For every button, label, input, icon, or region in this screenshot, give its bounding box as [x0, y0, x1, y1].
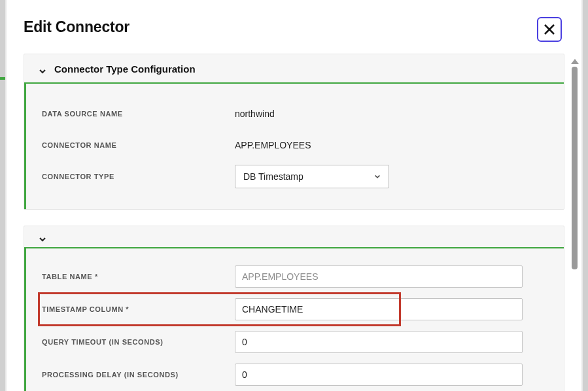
- table-name-input[interactable]: [235, 265, 523, 288]
- label-connector-type: CONNECTOR TYPE: [42, 173, 235, 180]
- label-data-source-name: DATA SOURCE NAME: [42, 110, 235, 118]
- row-data-source-name: DATA SOURCE NAME northwind: [42, 98, 548, 129]
- modal-body: Connector Type Configuration DATA SOURCE…: [7, 54, 581, 391]
- edit-connector-modal: Edit Connector Connector Type Configurat…: [7, 0, 581, 391]
- section-header-connector-type[interactable]: Connector Type Configuration: [24, 54, 564, 82]
- row-connector-type: CONNECTOR TYPE DB Timestamp: [42, 161, 548, 192]
- connector-type-select-value: DB Timestamp: [243, 171, 303, 182]
- chevron-down-icon: [39, 234, 45, 241]
- query-timeout-input[interactable]: [235, 331, 523, 353]
- value-connector-name: APP.EMPLOYEES: [235, 140, 311, 150]
- label-connector-name: CONNECTOR NAME: [42, 141, 235, 149]
- chevron-down-icon: [39, 66, 45, 73]
- processing-delay-input[interactable]: [235, 364, 523, 386]
- section-body-details: TABLE NAME * TIMESTAMP COLUMN * QUERY TI…: [24, 248, 564, 391]
- timestamp-column-input[interactable]: [235, 298, 523, 320]
- modal-header: Edit Connector: [7, 0, 581, 54]
- label-timestamp-column: TIMESTAMP COLUMN *: [42, 305, 235, 313]
- scroll-thumb[interactable]: [572, 67, 578, 269]
- background-left-strip: [0, 0, 5, 391]
- row-processing-delay: PROCESSING DELAY (IN SECONDS): [42, 358, 548, 391]
- value-data-source-name: northwind: [235, 109, 275, 119]
- background-right-strip: [583, 0, 588, 391]
- label-processing-delay: PROCESSING DELAY (IN SECONDS): [42, 371, 235, 379]
- row-connector-name: CONNECTOR NAME APP.EMPLOYEES: [42, 129, 548, 161]
- scroll-up-icon: [571, 59, 579, 64]
- chevron-down-icon: [374, 171, 381, 182]
- connector-type-config-section: Connector Type Configuration DATA SOURCE…: [24, 54, 564, 210]
- label-table-name: TABLE NAME *: [42, 273, 235, 280]
- modal-title: Edit Connector: [24, 18, 130, 36]
- background-green-sliver: [0, 77, 5, 80]
- scrollbar[interactable]: [571, 59, 578, 388]
- section-title: Connector Type Configuration: [54, 63, 196, 75]
- row-timestamp-column: TIMESTAMP COLUMN *: [42, 293, 548, 326]
- row-query-timeout: QUERY TIMEOUT (IN SECONDS): [42, 326, 548, 358]
- close-button[interactable]: [537, 17, 562, 42]
- section-header-details[interactable]: [24, 226, 564, 247]
- row-table-name: TABLE NAME *: [42, 260, 548, 293]
- connector-details-section: TABLE NAME * TIMESTAMP COLUMN * QUERY TI…: [24, 226, 564, 391]
- section-body-connector-type: DATA SOURCE NAME northwind CONNECTOR NAM…: [24, 84, 564, 209]
- label-query-timeout: QUERY TIMEOUT (IN SECONDS): [42, 338, 235, 346]
- connector-type-select[interactable]: DB Timestamp: [235, 165, 389, 188]
- close-icon: [543, 23, 556, 36]
